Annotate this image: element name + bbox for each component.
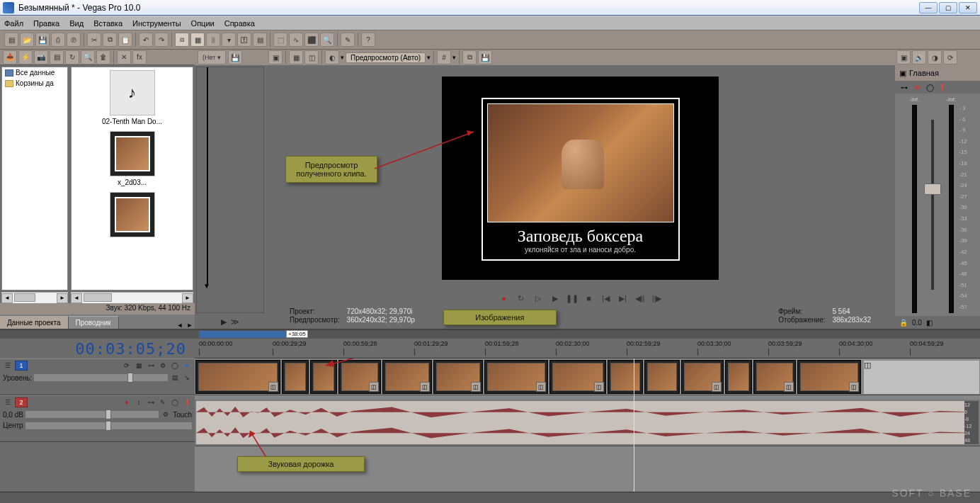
- pause-icon[interactable]: ❚❚: [566, 293, 579, 304]
- timeline-zoom-bar[interactable]: +38:05: [0, 330, 980, 339]
- menu-edit[interactable]: Правка: [33, 19, 59, 28]
- menu-view[interactable]: Вид: [69, 19, 84, 28]
- properties-button[interactable]: ℗: [67, 33, 81, 47]
- event-pan-icon[interactable]: ◫: [712, 382, 722, 392]
- flash-icon[interactable]: ⚡: [18, 50, 33, 64]
- stop-icon[interactable]: ■: [583, 293, 596, 304]
- tool-normal[interactable]: ⬚: [273, 33, 287, 47]
- tab-next-icon[interactable]: ►: [185, 322, 195, 329]
- event-pan-icon[interactable]: ◫: [784, 382, 794, 392]
- menu-help[interactable]: Справка: [224, 19, 255, 28]
- tool-envelope[interactable]: ∿: [289, 33, 303, 47]
- cut-button[interactable]: ✂: [87, 33, 101, 47]
- timeline-ruler[interactable]: 00:00:00:00 00:00:29;29 00:00:59;28 00:0…: [195, 339, 980, 358]
- minimize-button[interactable]: —: [919, 2, 938, 13]
- level-slider[interactable]: [34, 374, 168, 381]
- views-icon[interactable]: ▤: [50, 50, 64, 64]
- menu-options[interactable]: Опции: [191, 19, 215, 28]
- tab-project-data[interactable]: Данные проекта: [0, 316, 69, 329]
- split-icon[interactable]: ◫: [304, 50, 319, 64]
- crossfade-button[interactable]: ⧚: [206, 33, 220, 47]
- play-icon[interactable]: ▶: [549, 293, 562, 304]
- audio-track[interactable]: 12 6 -6 -12 24 48: [195, 400, 980, 446]
- scroll-thumb[interactable]: [84, 293, 112, 302]
- next-frame-icon[interactable]: ||▶: [651, 293, 663, 304]
- quantize-button[interactable]: ▾: [222, 33, 236, 47]
- tab-prev-icon[interactable]: ◄: [175, 322, 185, 329]
- video-clip[interactable]: [644, 360, 680, 394]
- timeline-hscroll[interactable]: [0, 492, 980, 503]
- copy-button[interactable]: ⧉: [103, 33, 117, 47]
- trimmer-body[interactable]: [196, 67, 264, 313]
- fx-icon[interactable]: fx: [132, 50, 147, 64]
- fx-icon[interactable]: ▦: [289, 50, 303, 64]
- mute-icon[interactable]: ◯: [170, 361, 180, 371]
- event-pan-icon[interactable]: ◫: [864, 361, 871, 369]
- video-clip[interactable]: ◫: [484, 360, 548, 394]
- scroll-left-icon[interactable]: ◄: [71, 293, 82, 303]
- copy-snapshot-icon[interactable]: ⧉: [462, 50, 477, 64]
- dropdown-icon[interactable]: ▾: [452, 54, 456, 61]
- snap-button[interactable]: ⧈: [175, 33, 189, 47]
- track-fx-icon[interactable]: ▦: [134, 361, 144, 371]
- mixer-fx-icon[interactable]: ⟳: [943, 50, 957, 64]
- camera-icon[interactable]: 📷: [34, 50, 48, 64]
- bus-fx-icon[interactable]: ✺: [912, 82, 922, 92]
- tool-selection[interactable]: ⬛: [304, 33, 319, 47]
- script-button[interactable]: ✎: [341, 33, 355, 47]
- scroll-right-icon[interactable]: ►: [57, 293, 68, 303]
- paste-button[interactable]: 📋: [118, 33, 132, 47]
- close-button[interactable]: ✕: [959, 2, 977, 13]
- event-pan-icon[interactable]: ◫: [420, 382, 430, 392]
- input-select[interactable]: (Нет ▾: [198, 50, 226, 64]
- save-snapshot-icon[interactable]: 💾: [478, 50, 492, 64]
- redo-button[interactable]: ↷: [154, 33, 169, 47]
- media-item[interactable]: ♪ 02-Tenth Man Do...: [72, 67, 193, 128]
- solo-icon[interactable]: ❗: [182, 397, 192, 407]
- event-pan-icon[interactable]: ◫: [268, 382, 278, 392]
- video-clip[interactable]: [282, 360, 309, 394]
- preview-quality-combo[interactable]: Предпросмотр (Авто): [346, 52, 426, 63]
- event-pan-icon[interactable]: ◫: [536, 382, 546, 392]
- zoom-handle[interactable]: [199, 331, 298, 338]
- bus-mute-icon[interactable]: ◯: [925, 82, 935, 92]
- event-pan-icon[interactable]: ◫: [594, 382, 604, 392]
- dim-icon[interactable]: ◑: [928, 50, 942, 64]
- mute-icon[interactable]: ◯: [170, 397, 180, 407]
- video-clip[interactable]: ◫: [681, 360, 724, 394]
- automation-icon[interactable]: ✎: [158, 397, 168, 407]
- track-content[interactable]: ◫ ◫ ◫ ◫ ◫ ◫ ◫ ◫ ◫ ◫: [195, 358, 980, 492]
- gear-icon[interactable]: ⚙: [158, 361, 168, 371]
- media-item[interactable]: x_2d03...: [72, 128, 193, 189]
- save-button[interactable]: 💾: [35, 33, 50, 47]
- record-arm-icon[interactable]: ●: [122, 397, 132, 407]
- lock-button[interactable]: ⚿: [237, 33, 251, 47]
- maximize-button[interactable]: ▢: [939, 2, 957, 13]
- fastforward-icon[interactable]: ≫: [231, 317, 239, 327]
- list-hscroll[interactable]: ◄ ►: [71, 292, 193, 303]
- mixer-expand-icon[interactable]: ▣: [899, 69, 906, 78]
- scroll-thumb[interactable]: [14, 293, 35, 302]
- search-icon[interactable]: 🔍: [81, 50, 95, 64]
- playhead[interactable]: [634, 358, 634, 492]
- scroll-left-icon[interactable]: ◄: [1, 293, 13, 303]
- video-clip[interactable]: ◫: [549, 360, 606, 394]
- parent-icon[interactable]: ↘: [182, 373, 192, 383]
- audio-waveform[interactable]: [196, 401, 979, 444]
- touch-label[interactable]: Touch: [173, 411, 192, 419]
- level-icon[interactable]: ◧: [926, 319, 933, 327]
- tree-item-alldata[interactable]: Все данные: [2, 67, 67, 78]
- composite-icon[interactable]: ▤: [170, 373, 180, 383]
- record-icon[interactable]: ●: [498, 293, 511, 304]
- menu-tools[interactable]: Инструменты: [132, 19, 181, 28]
- open-button[interactable]: 📂: [20, 33, 34, 47]
- solo-icon[interactable]: ●: [182, 361, 192, 371]
- preview-video[interactable]: Заповедь боксера уклоняйся от зла и нано…: [442, 77, 719, 280]
- video-track[interactable]: ◫ ◫ ◫ ◫ ◫ ◫ ◫ ◫ ◫ ◫: [195, 358, 980, 395]
- tool-zoom[interactable]: 🔍: [320, 33, 334, 47]
- video-track-header[interactable]: ☰ 1 ⟳ ▦ ⊶ ⚙ ◯ ● Уровень: ▤ ↘: [0, 358, 195, 395]
- lock-icon[interactable]: 🔒: [899, 319, 908, 327]
- media-list[interactable]: ♪ 02-Tenth Man Do... x_2d03...: [71, 67, 193, 290]
- bus-solo-icon[interactable]: ❗: [938, 82, 947, 92]
- tree-hscroll[interactable]: ◄ ►: [1, 292, 68, 303]
